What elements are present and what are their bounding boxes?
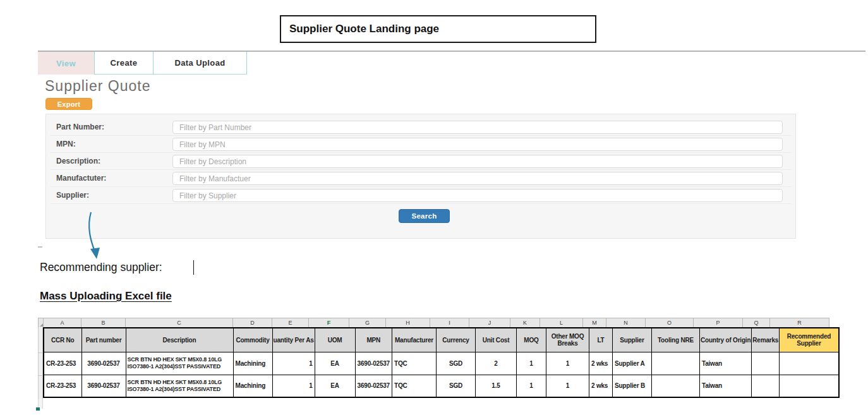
column-header-2[interactable]: Description — [126, 328, 233, 352]
excel-cell-r1-c17[interactable] — [752, 352, 780, 375]
column-letter-C[interactable]: C — [126, 318, 233, 328]
excel-select-all-corner[interactable] — [39, 318, 44, 328]
excel-cell-r1-c9[interactable]: SGD — [436, 352, 475, 375]
column-letter-M[interactable]: M — [583, 318, 606, 328]
excel-table: CCR NoPart numberDescriptionCommodityuan… — [43, 327, 840, 398]
column-header-17[interactable]: Recommended Supplier — [780, 328, 839, 352]
excel-cell-r1-c6[interactable]: EA — [315, 352, 355, 375]
part-number-label: Part Number: — [56, 123, 104, 131]
mpn-label: MPN: — [56, 140, 76, 148]
excel-cell-r1-c7[interactable]: 3690-02537 — [355, 352, 392, 375]
column-letter-P[interactable]: P — [694, 318, 743, 328]
excel-cell-r1-c15[interactable] — [651, 352, 699, 375]
column-letter-I[interactable]: I — [430, 318, 469, 328]
excel-cell-r1-c4[interactable]: Machining — [233, 352, 272, 375]
tab-data-upload[interactable]: Data Upload — [154, 52, 247, 75]
excel-cell-r1-c16[interactable]: Taiwan — [699, 352, 751, 375]
excel-cell-r1-c1[interactable]: CR-23-253 — [44, 352, 81, 375]
mpn-input[interactable] — [172, 138, 783, 151]
manufacturer-label: Manufactuter: — [56, 174, 106, 183]
excel-cell-r2-c11[interactable]: 1 — [516, 375, 546, 397]
excel-cell-r1-c3[interactable]: SCR BTN HD HEX SKT M5X0.8 10LG ISO7380-1… — [126, 352, 233, 375]
excel-cell-r2-c1[interactable]: CR-23-253 — [44, 375, 81, 397]
column-header-6[interactable]: MPN — [355, 328, 392, 352]
column-header-16[interactable]: Remarks — [752, 328, 780, 352]
text-cursor — [193, 260, 194, 275]
excel-cell-r1-c2[interactable]: 3690-02537 — [81, 352, 126, 375]
excel-cell-r2-c17[interactable] — [752, 375, 780, 397]
filter-row-description: Description: — [50, 153, 792, 170]
column-letter-K[interactable]: K — [510, 318, 540, 328]
teal-mark — [36, 407, 40, 411]
excel-cell-r2-c8[interactable]: TQC — [392, 375, 436, 397]
excel-cell-r2-c3[interactable]: SCR BTN HD HEX SKT M5X0.8 10LG ISO7380-1… — [126, 375, 233, 397]
column-letter-A[interactable]: A — [44, 318, 81, 328]
column-letter-H[interactable]: H — [386, 318, 430, 328]
column-letter-L[interactable]: L — [540, 318, 583, 328]
column-header-4[interactable]: uantity Per As — [272, 328, 315, 352]
export-button[interactable]: Export — [45, 98, 92, 110]
column-header-13[interactable]: Supplier — [612, 328, 651, 352]
column-header-14[interactable]: Tooling NRE — [651, 328, 699, 352]
column-header-0[interactable]: CCR No — [44, 328, 81, 352]
excel-data-row-1: CR-23-2533690-02537SCR BTN HD HEX SKT M5… — [44, 352, 839, 375]
filter-row-part-number: Part Number: — [50, 119, 792, 136]
dash-artifact — [38, 246, 42, 248]
recommending-supplier-text: Recommending supplier: — [40, 261, 162, 274]
column-header-8[interactable]: Currency — [436, 328, 475, 352]
excel-cell-r1-c8[interactable]: TQC — [392, 352, 436, 375]
manufacturer-input[interactable] — [172, 172, 783, 185]
column-header-3[interactable]: Commodity — [233, 328, 272, 352]
excel-cell-r2-c5[interactable]: 1 — [272, 375, 315, 397]
column-letter-Q[interactable]: Q — [743, 318, 770, 328]
excel-cell-r1-c11[interactable]: 1 — [516, 352, 546, 375]
column-header-10[interactable]: MOQ — [516, 328, 546, 352]
excel-cell-r1-c10[interactable]: 2 — [475, 352, 516, 375]
excel-cell-r2-c9[interactable]: SGD — [436, 375, 475, 397]
excel-cell-r2-c15[interactable] — [651, 375, 699, 397]
search-button[interactable]: Search — [399, 209, 450, 223]
column-header-11[interactable]: Other MOQ Breaks — [546, 328, 589, 352]
excel-cell-r2-c10[interactable]: 1.5 — [475, 375, 516, 397]
column-letter-O[interactable]: O — [646, 318, 694, 328]
excel-cell-r2-c12[interactable]: 1 — [546, 375, 589, 397]
column-letter-D[interactable]: D — [233, 318, 272, 328]
column-header-1[interactable]: Part number — [81, 328, 126, 352]
excel-cell-r2-c7[interactable]: 3690-02537 — [355, 375, 392, 397]
excel-cell-r1-c5[interactable]: 1 — [272, 352, 315, 375]
filter-row-supplier: Supplier: — [50, 187, 792, 204]
column-letter-G[interactable]: G — [349, 318, 386, 328]
title-box-text: Supplier Quote Landing page — [289, 23, 439, 35]
excel-cell-r1-c18[interactable] — [780, 352, 839, 375]
excel-cell-r2-c13[interactable]: 2 wks — [589, 375, 612, 397]
description-input[interactable] — [172, 155, 783, 168]
column-header-9[interactable]: Unit Cost — [475, 328, 516, 352]
column-letter-F[interactable]: F — [309, 318, 349, 328]
tab-view[interactable]: View — [38, 52, 95, 75]
supplier-input[interactable] — [172, 189, 783, 202]
excel-cell-r2-c2[interactable]: 3690-02537 — [81, 375, 126, 397]
description-label: Description: — [56, 157, 100, 165]
column-header-7[interactable]: Manufacturer — [392, 328, 436, 352]
excel-cell-r1-c12[interactable]: 1 — [546, 352, 589, 375]
page-canvas: Supplier Quote Landing page View Create … — [0, 0, 868, 415]
tab-create[interactable]: Create — [95, 52, 154, 75]
excel-cell-r2-c16[interactable]: Taiwan — [699, 375, 751, 397]
column-letter-B[interactable]: B — [81, 318, 126, 328]
column-letter-N[interactable]: N — [606, 318, 646, 328]
column-letter-R[interactable]: R — [770, 318, 829, 328]
tab-bar: View Create Data Upload — [38, 51, 865, 75]
column-header-5[interactable]: UOM — [315, 328, 355, 352]
part-number-input[interactable] — [172, 121, 783, 134]
column-letter-E[interactable]: E — [272, 318, 309, 328]
excel-cell-r1-c14[interactable]: Supplier A — [612, 352, 651, 375]
excel-cell-r2-c14[interactable]: Supplier B — [612, 375, 651, 397]
excel-cell-r1-c13[interactable]: 2 wks — [589, 352, 612, 375]
title-box: Supplier Quote Landing page — [280, 15, 596, 43]
column-header-12[interactable]: LT — [589, 328, 612, 352]
column-letter-J[interactable]: J — [469, 318, 510, 328]
column-header-15[interactable]: Country of Origin — [699, 328, 751, 352]
excel-cell-r2-c4[interactable]: Machining — [233, 375, 272, 397]
excel-cell-r2-c18[interactable] — [780, 375, 839, 397]
excel-cell-r2-c6[interactable]: EA — [315, 375, 355, 397]
